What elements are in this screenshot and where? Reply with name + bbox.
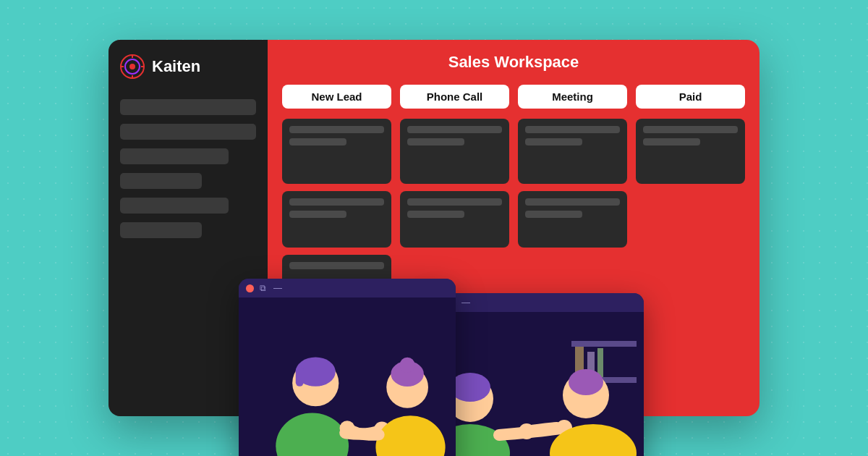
card-line bbox=[407, 198, 502, 206]
video-content-left bbox=[239, 297, 456, 456]
card-line bbox=[289, 138, 346, 145]
window-titlebar-left: ⧉ — bbox=[239, 279, 456, 297]
column-paid bbox=[636, 119, 745, 403]
card-block[interactable] bbox=[636, 119, 745, 184]
card-block[interactable] bbox=[282, 191, 391, 248]
card-line bbox=[407, 211, 464, 218]
svg-rect-21 bbox=[597, 348, 603, 377]
sidebar-item[interactable] bbox=[120, 124, 256, 140]
card-line bbox=[525, 138, 582, 145]
col-header-new-lead[interactable]: New Lead bbox=[282, 85, 391, 109]
svg-rect-17 bbox=[571, 341, 637, 347]
card-line bbox=[407, 138, 464, 145]
sidebar-item[interactable] bbox=[120, 173, 202, 189]
card-line bbox=[525, 211, 582, 218]
card-line bbox=[289, 211, 346, 218]
board-title: Sales Workspace bbox=[282, 53, 745, 72]
card-block[interactable] bbox=[518, 119, 627, 184]
window-close-btn[interactable] bbox=[246, 284, 254, 292]
sidebar-item[interactable] bbox=[120, 222, 202, 238]
sidebar-item[interactable] bbox=[120, 99, 256, 115]
card-block[interactable] bbox=[400, 191, 509, 248]
svg-point-12 bbox=[375, 415, 445, 456]
video-window-left: ⧉ — bbox=[239, 279, 456, 456]
card-line bbox=[407, 126, 502, 133]
main-card: Kaiten Sales Workspace New Lead Phone Ca… bbox=[109, 40, 760, 416]
svg-point-24 bbox=[450, 373, 490, 402]
card-line bbox=[525, 198, 620, 206]
card-block[interactable] bbox=[400, 119, 509, 184]
svg-point-15 bbox=[400, 358, 415, 373]
sidebar-item[interactable] bbox=[120, 198, 229, 214]
col-header-phone-call[interactable]: Phone Call bbox=[400, 85, 509, 109]
app-name: Kaiten bbox=[152, 57, 200, 76]
sidebar-logo: Kaiten bbox=[120, 54, 256, 79]
svg-point-28 bbox=[569, 369, 603, 395]
card-line bbox=[289, 126, 384, 133]
kaiten-logo-icon bbox=[120, 54, 145, 79]
card-block[interactable] bbox=[282, 119, 391, 184]
svg-point-2 bbox=[129, 64, 135, 69]
card-block[interactable] bbox=[518, 191, 627, 248]
card-line bbox=[525, 126, 620, 133]
col-header-paid[interactable]: Paid bbox=[636, 85, 745, 109]
svg-rect-10 bbox=[296, 366, 304, 386]
sidebar-item[interactable] bbox=[120, 148, 229, 164]
window-minimize-icon-right[interactable]: — bbox=[461, 297, 470, 308]
columns-header: New Lead Phone Call Meeting Paid bbox=[282, 85, 745, 109]
window-restore-icon[interactable]: ⧉ bbox=[260, 283, 266, 293]
video-window-right: ⧉ — bbox=[427, 293, 644, 456]
card-line bbox=[643, 138, 700, 145]
card-line bbox=[643, 126, 738, 133]
person-illustration-right bbox=[326, 321, 456, 456]
svg-point-16 bbox=[340, 421, 355, 436]
video-content-right bbox=[427, 312, 644, 456]
card-line bbox=[289, 262, 384, 269]
window-titlebar-right: ⧉ — bbox=[427, 293, 644, 312]
card-line bbox=[289, 198, 384, 206]
video-scene-right bbox=[427, 312, 644, 456]
window-minimize-icon[interactable]: — bbox=[273, 283, 282, 293]
col-header-meeting[interactable]: Meeting bbox=[518, 85, 627, 109]
svg-point-30 bbox=[519, 423, 535, 439]
